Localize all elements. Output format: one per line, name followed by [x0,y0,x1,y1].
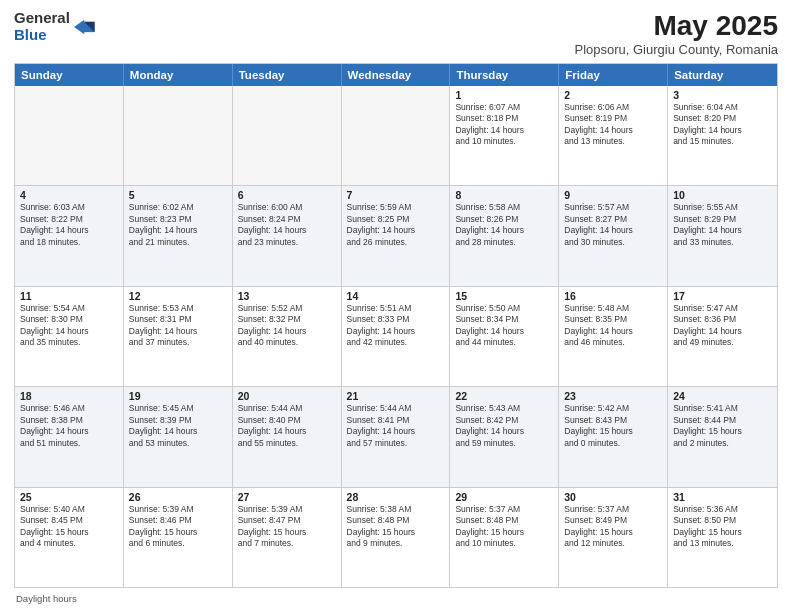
calendar-week-1: 1Sunrise: 6:07 AMSunset: 8:18 PMDaylight… [15,86,777,186]
calendar-cell: 14Sunrise: 5:51 AMSunset: 8:33 PMDayligh… [342,287,451,386]
calendar-cell: 8Sunrise: 5:58 AMSunset: 8:26 PMDaylight… [450,186,559,285]
calendar-header-friday: Friday [559,64,668,86]
day-info: Sunrise: 5:48 AMSunset: 8:35 PMDaylight:… [564,303,662,349]
day-number: 25 [20,491,118,503]
calendar-header-tuesday: Tuesday [233,64,342,86]
day-number: 11 [20,290,118,302]
day-info: Sunrise: 5:39 AMSunset: 8:46 PMDaylight:… [129,504,227,550]
day-number: 10 [673,189,772,201]
calendar-cell: 6Sunrise: 6:00 AMSunset: 8:24 PMDaylight… [233,186,342,285]
day-number: 14 [347,290,445,302]
day-info: Sunrise: 5:57 AMSunset: 8:27 PMDaylight:… [564,202,662,248]
calendar-header-monday: Monday [124,64,233,86]
day-info: Sunrise: 5:53 AMSunset: 8:31 PMDaylight:… [129,303,227,349]
footer-text: Daylight hours [16,593,77,604]
calendar-header-thursday: Thursday [450,64,559,86]
day-info: Sunrise: 5:43 AMSunset: 8:42 PMDaylight:… [455,403,553,449]
sub-title: Plopsoru, Giurgiu County, Romania [574,42,778,57]
day-number: 23 [564,390,662,402]
day-number: 13 [238,290,336,302]
page: General Blue May 2025 Plopsoru, Giurgiu … [0,0,792,612]
day-info: Sunrise: 5:46 AMSunset: 8:38 PMDaylight:… [20,403,118,449]
logo: General Blue [14,10,96,43]
calendar-cell: 28Sunrise: 5:38 AMSunset: 8:48 PMDayligh… [342,488,451,587]
calendar-cell: 24Sunrise: 5:41 AMSunset: 8:44 PMDayligh… [668,387,777,486]
calendar-cell: 20Sunrise: 5:44 AMSunset: 8:40 PMDayligh… [233,387,342,486]
day-info: Sunrise: 5:42 AMSunset: 8:43 PMDaylight:… [564,403,662,449]
day-info: Sunrise: 5:51 AMSunset: 8:33 PMDaylight:… [347,303,445,349]
day-number: 20 [238,390,336,402]
main-title: May 2025 [574,10,778,42]
calendar-cell: 26Sunrise: 5:39 AMSunset: 8:46 PMDayligh… [124,488,233,587]
day-info: Sunrise: 6:00 AMSunset: 8:24 PMDaylight:… [238,202,336,248]
day-info: Sunrise: 5:39 AMSunset: 8:47 PMDaylight:… [238,504,336,550]
day-info: Sunrise: 6:04 AMSunset: 8:20 PMDaylight:… [673,102,772,148]
logo-general: General [14,10,70,27]
calendar-cell: 30Sunrise: 5:37 AMSunset: 8:49 PMDayligh… [559,488,668,587]
day-number: 26 [129,491,227,503]
day-info: Sunrise: 5:37 AMSunset: 8:49 PMDaylight:… [564,504,662,550]
calendar-cell: 9Sunrise: 5:57 AMSunset: 8:27 PMDaylight… [559,186,668,285]
calendar-cell: 22Sunrise: 5:43 AMSunset: 8:42 PMDayligh… [450,387,559,486]
day-info: Sunrise: 5:44 AMSunset: 8:41 PMDaylight:… [347,403,445,449]
calendar-week-3: 11Sunrise: 5:54 AMSunset: 8:30 PMDayligh… [15,287,777,387]
calendar-cell: 12Sunrise: 5:53 AMSunset: 8:31 PMDayligh… [124,287,233,386]
day-number: 9 [564,189,662,201]
calendar-cell [233,86,342,185]
day-number: 5 [129,189,227,201]
calendar-cell: 25Sunrise: 5:40 AMSunset: 8:45 PMDayligh… [15,488,124,587]
calendar-cell: 13Sunrise: 5:52 AMSunset: 8:32 PMDayligh… [233,287,342,386]
day-info: Sunrise: 6:06 AMSunset: 8:19 PMDaylight:… [564,102,662,148]
calendar-cell [342,86,451,185]
calendar-cell: 27Sunrise: 5:39 AMSunset: 8:47 PMDayligh… [233,488,342,587]
header: General Blue May 2025 Plopsoru, Giurgiu … [14,10,778,57]
calendar-cell [124,86,233,185]
day-info: Sunrise: 6:03 AMSunset: 8:22 PMDaylight:… [20,202,118,248]
calendar-cell: 21Sunrise: 5:44 AMSunset: 8:41 PMDayligh… [342,387,451,486]
calendar-header-saturday: Saturday [668,64,777,86]
day-info: Sunrise: 5:52 AMSunset: 8:32 PMDaylight:… [238,303,336,349]
day-number: 27 [238,491,336,503]
logo-icon [74,16,96,38]
calendar-cell: 18Sunrise: 5:46 AMSunset: 8:38 PMDayligh… [15,387,124,486]
calendar-body: 1Sunrise: 6:07 AMSunset: 8:18 PMDaylight… [15,86,777,587]
calendar-header-sunday: Sunday [15,64,124,86]
calendar-cell: 15Sunrise: 5:50 AMSunset: 8:34 PMDayligh… [450,287,559,386]
calendar-header-wednesday: Wednesday [342,64,451,86]
day-number: 16 [564,290,662,302]
day-number: 8 [455,189,553,201]
day-number: 31 [673,491,772,503]
calendar-cell: 31Sunrise: 5:36 AMSunset: 8:50 PMDayligh… [668,488,777,587]
day-info: Sunrise: 5:54 AMSunset: 8:30 PMDaylight:… [20,303,118,349]
day-info: Sunrise: 5:44 AMSunset: 8:40 PMDaylight:… [238,403,336,449]
calendar-cell: 7Sunrise: 5:59 AMSunset: 8:25 PMDaylight… [342,186,451,285]
day-info: Sunrise: 6:07 AMSunset: 8:18 PMDaylight:… [455,102,553,148]
calendar: SundayMondayTuesdayWednesdayThursdayFrid… [14,63,778,588]
day-number: 7 [347,189,445,201]
calendar-week-2: 4Sunrise: 6:03 AMSunset: 8:22 PMDaylight… [15,186,777,286]
calendar-cell: 23Sunrise: 5:42 AMSunset: 8:43 PMDayligh… [559,387,668,486]
day-info: Sunrise: 5:45 AMSunset: 8:39 PMDaylight:… [129,403,227,449]
calendar-cell: 29Sunrise: 5:37 AMSunset: 8:48 PMDayligh… [450,488,559,587]
day-info: Sunrise: 5:59 AMSunset: 8:25 PMDaylight:… [347,202,445,248]
day-number: 4 [20,189,118,201]
calendar-cell [15,86,124,185]
calendar-cell: 11Sunrise: 5:54 AMSunset: 8:30 PMDayligh… [15,287,124,386]
day-number: 24 [673,390,772,402]
calendar-cell: 10Sunrise: 5:55 AMSunset: 8:29 PMDayligh… [668,186,777,285]
day-number: 29 [455,491,553,503]
day-number: 15 [455,290,553,302]
day-info: Sunrise: 5:38 AMSunset: 8:48 PMDaylight:… [347,504,445,550]
day-info: Sunrise: 5:40 AMSunset: 8:45 PMDaylight:… [20,504,118,550]
day-number: 28 [347,491,445,503]
day-number: 3 [673,89,772,101]
calendar-cell: 3Sunrise: 6:04 AMSunset: 8:20 PMDaylight… [668,86,777,185]
logo-text: General Blue [14,10,70,43]
day-info: Sunrise: 5:37 AMSunset: 8:48 PMDaylight:… [455,504,553,550]
day-info: Sunrise: 5:58 AMSunset: 8:26 PMDaylight:… [455,202,553,248]
footer: Daylight hours [14,593,778,604]
calendar-header: SundayMondayTuesdayWednesdayThursdayFrid… [15,64,777,86]
calendar-cell: 1Sunrise: 6:07 AMSunset: 8:18 PMDaylight… [450,86,559,185]
day-number: 19 [129,390,227,402]
calendar-week-5: 25Sunrise: 5:40 AMSunset: 8:45 PMDayligh… [15,488,777,587]
